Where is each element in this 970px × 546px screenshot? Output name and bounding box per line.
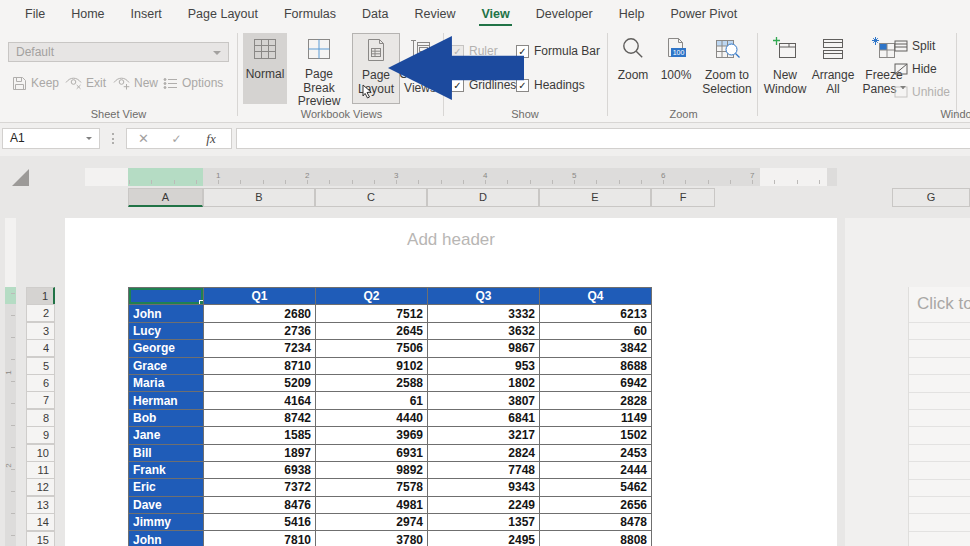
- column-header-g[interactable]: G: [892, 188, 970, 207]
- value-cell[interactable]: 1802: [428, 374, 540, 391]
- value-cell[interactable]: 7372: [204, 479, 316, 496]
- tab-view[interactable]: View: [468, 0, 522, 28]
- value-cell[interactable]: 3332: [428, 305, 540, 322]
- value-cell[interactable]: 2444: [540, 461, 652, 478]
- value-cell[interactable]: 3780: [316, 531, 428, 546]
- value-cell[interactable]: 1357: [428, 514, 540, 531]
- row-name-cell[interactable]: Herman: [129, 392, 204, 409]
- value-cell[interactable]: 4440: [316, 409, 428, 426]
- value-cell[interactable]: 8808: [540, 531, 652, 546]
- value-cell[interactable]: 1585: [204, 427, 316, 444]
- row-name-cell[interactable]: Bill: [129, 444, 204, 461]
- tab-formulas[interactable]: Formulas: [271, 0, 349, 28]
- checkbox-formula-bar[interactable]: ✓Formula Bar: [516, 44, 600, 58]
- value-cell[interactable]: 8688: [540, 357, 652, 374]
- row-header-4[interactable]: 4: [26, 339, 55, 357]
- value-cell[interactable]: 5462: [540, 479, 652, 496]
- value-cell[interactable]: 2736: [204, 322, 316, 339]
- quarter-header-cell[interactable]: Q3: [428, 288, 540, 305]
- value-cell[interactable]: 3807: [428, 392, 540, 409]
- tab-power-pivot[interactable]: Power Pivot: [657, 0, 750, 28]
- value-cell[interactable]: 6942: [540, 374, 652, 391]
- value-cell[interactable]: 7810: [204, 531, 316, 546]
- row-header-12[interactable]: 12: [26, 478, 55, 496]
- tab-help[interactable]: Help: [606, 0, 658, 28]
- tab-page-layout[interactable]: Page Layout: [175, 0, 271, 28]
- row-header-2[interactable]: 2: [26, 304, 55, 322]
- tab-developer[interactable]: Developer: [523, 0, 606, 28]
- value-cell[interactable]: 61: [316, 392, 428, 409]
- row-header-15[interactable]: 15: [26, 531, 55, 546]
- value-cell[interactable]: 7578: [316, 479, 428, 496]
- value-cell[interactable]: 2824: [428, 444, 540, 461]
- value-cell[interactable]: 8710: [204, 357, 316, 374]
- row-header-7[interactable]: 7: [26, 391, 55, 409]
- value-cell[interactable]: 3217: [428, 427, 540, 444]
- tab-home[interactable]: Home: [58, 0, 117, 28]
- value-cell[interactable]: 2680: [204, 305, 316, 322]
- column-header-b[interactable]: B: [203, 188, 315, 207]
- row-name-cell[interactable]: Lucy: [129, 322, 204, 339]
- value-cell[interactable]: 7748: [428, 461, 540, 478]
- row-name-cell[interactable]: Bob: [129, 409, 204, 426]
- row-name-cell[interactable]: John: [129, 305, 204, 322]
- row-header-9[interactable]: 9: [26, 426, 55, 444]
- value-cell[interactable]: 2249: [428, 496, 540, 513]
- row-name-cell[interactable]: Jane: [129, 427, 204, 444]
- next-page-content[interactable]: Click to: [908, 287, 970, 546]
- row-name-cell[interactable]: George: [129, 340, 204, 357]
- formula-input[interactable]: [236, 128, 970, 149]
- value-cell[interactable]: 2453: [540, 444, 652, 461]
- value-cell[interactable]: 2974: [316, 514, 428, 531]
- value-cell[interactable]: 6931: [316, 444, 428, 461]
- value-cell[interactable]: 9102: [316, 357, 428, 374]
- value-cell[interactable]: 2588: [316, 374, 428, 391]
- row-name-cell[interactable]: John: [129, 531, 204, 546]
- value-cell[interactable]: 9867: [428, 340, 540, 357]
- value-cell[interactable]: 2656: [540, 496, 652, 513]
- value-cell[interactable]: 9343: [428, 479, 540, 496]
- column-header-c[interactable]: C: [315, 188, 427, 207]
- column-header-a[interactable]: A: [128, 188, 203, 207]
- value-cell[interactable]: 5416: [204, 514, 316, 531]
- hide-button[interactable]: Hide: [894, 61, 937, 76]
- value-cell[interactable]: 7234: [204, 340, 316, 357]
- row-header-10[interactable]: 10: [26, 444, 55, 462]
- value-cell[interactable]: 8742: [204, 409, 316, 426]
- value-cell[interactable]: 7506: [316, 340, 428, 357]
- value-cell[interactable]: 8478: [540, 514, 652, 531]
- page-break-preview-button[interactable]: Page Break Preview: [288, 33, 350, 104]
- value-cell[interactable]: 2828: [540, 392, 652, 409]
- value-cell[interactable]: 2645: [316, 322, 428, 339]
- value-cell[interactable]: 953: [428, 357, 540, 374]
- value-cell[interactable]: 4981: [316, 496, 428, 513]
- name-box[interactable]: A1: [2, 128, 100, 149]
- row-header-13[interactable]: 13: [26, 496, 55, 514]
- value-cell[interactable]: 2495: [428, 531, 540, 546]
- row-header-1[interactable]: 1: [26, 287, 55, 305]
- value-cell[interactable]: 8476: [204, 496, 316, 513]
- checkbox-headings[interactable]: ✓Headings: [516, 78, 585, 92]
- quarter-header-cell[interactable]: Q4: [540, 288, 652, 305]
- row-header-5[interactable]: 5: [26, 357, 55, 375]
- value-cell[interactable]: 6841: [428, 409, 540, 426]
- value-cell[interactable]: 6213: [540, 305, 652, 322]
- arrange-all-button[interactable]: Arrange All: [810, 36, 856, 96]
- row-name-cell[interactable]: Grace: [129, 357, 204, 374]
- quarter-header-cell[interactable]: Q2: [316, 288, 428, 305]
- value-cell[interactable]: 3969: [316, 427, 428, 444]
- tab-data[interactable]: Data: [349, 0, 401, 28]
- row-header-14[interactable]: 14: [26, 513, 55, 531]
- value-cell[interactable]: 6938: [204, 461, 316, 478]
- split-button[interactable]: Split: [894, 38, 935, 53]
- row-header-8[interactable]: 8: [26, 409, 55, 427]
- value-cell[interactable]: 1897: [204, 444, 316, 461]
- selected-cell-a1[interactable]: [129, 288, 204, 305]
- quarter-header-cell[interactable]: Q1: [204, 288, 316, 305]
- zoom-to-selection-button[interactable]: Zoom to Selection: [700, 36, 754, 96]
- tab-file[interactable]: File: [12, 0, 58, 28]
- row-header-11[interactable]: 11: [26, 461, 55, 479]
- value-cell[interactable]: 9892: [316, 461, 428, 478]
- value-cell[interactable]: 1149: [540, 409, 652, 426]
- column-header-d[interactable]: D: [427, 188, 539, 207]
